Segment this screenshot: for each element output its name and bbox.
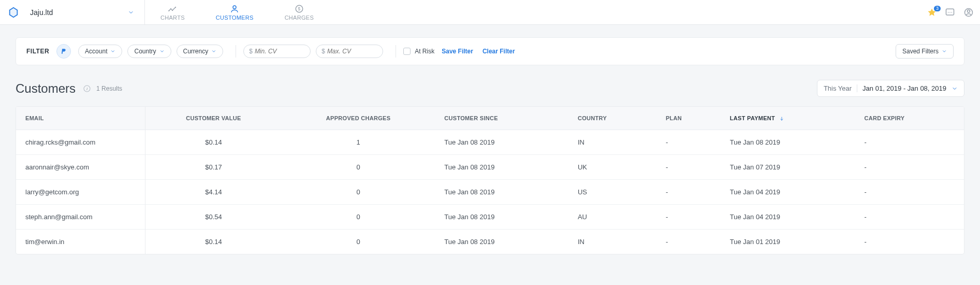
date-range-picker[interactable]: This Year Jan 01, 2019 - Jan 08, 2019 (817, 80, 964, 97)
cell-customer-value: $0.14 (145, 130, 282, 155)
date-range: Jan 01, 2019 - Jan 08, 2019 (862, 84, 946, 92)
filter-source-icon[interactable] (56, 44, 71, 59)
main-nav: CHARTS CUSTOMERS $ CHARGES (145, 1, 329, 24)
cell-card-expiry: - (855, 155, 964, 180)
saved-filters-dropdown[interactable]: Saved Filters (896, 44, 954, 59)
chevron-down-icon (159, 49, 165, 54)
cell-country: IN (568, 230, 656, 254)
chat-button[interactable] (945, 7, 955, 18)
cell-email: chirag.rcks@gmail.com (16, 130, 145, 155)
cell-customer-value: $0.54 (145, 205, 282, 230)
at-risk-checkbox[interactable] (403, 48, 411, 55)
table-row[interactable]: tim@erwin.in$0.140Tue Jan 08 2019IN-Tue … (16, 230, 964, 254)
nav-charts-label: CHARTS (160, 15, 185, 21)
filter-account[interactable]: Account (78, 45, 122, 58)
th-customer-value[interactable]: CUSTOMER VALUE (145, 107, 282, 130)
at-risk-label: At Risk (415, 48, 434, 55)
nav-charges[interactable]: $ CHARGES (269, 1, 330, 24)
cell-email: larry@getcom.org (16, 180, 145, 205)
table-row[interactable]: aaronnair@skye.com$0.170Tue Jan 08 2019U… (16, 155, 964, 180)
at-risk-checkbox-group[interactable]: At Risk (403, 48, 434, 55)
cell-approved-charges: 0 (282, 230, 435, 254)
nav-charts[interactable]: CHARTS (145, 1, 200, 24)
nav-customers[interactable]: CUSTOMERS (200, 1, 269, 24)
star-count: 3 (934, 6, 941, 11)
cell-email: tim@erwin.in (16, 230, 145, 254)
info-icon[interactable]: i (83, 84, 91, 93)
charges-icon: $ (295, 4, 304, 13)
th-approved-charges[interactable]: APPROVED CHARGES (282, 107, 435, 130)
cell-email: aaronnair@skye.com (16, 155, 145, 180)
cell-plan: - (656, 130, 721, 155)
clear-filter-link[interactable]: Clear Filter (482, 48, 515, 55)
filter-bar: FILTER Account Country Currency $ $ At R (16, 37, 964, 65)
filter-currency-label: Currency (183, 48, 209, 55)
cell-approved-charges: 1 (282, 130, 435, 155)
topbar: Jaju.ltd CHARTS CUSTOMERS $ CHARGES 3 (0, 0, 980, 25)
cell-customer-since: Tue Jan 08 2019 (435, 205, 568, 230)
filter-country[interactable]: Country (127, 45, 171, 58)
cell-customer-since: Tue Jan 08 2019 (435, 130, 568, 155)
svg-point-9 (968, 10, 970, 12)
divider (396, 45, 396, 58)
cell-plan: - (656, 205, 721, 230)
cell-country: US (568, 180, 656, 205)
cell-customer-value: $0.17 (145, 155, 282, 180)
svg-text:$: $ (298, 7, 300, 11)
th-country[interactable]: COUNTRY (568, 107, 656, 130)
cell-plan: - (656, 180, 721, 205)
cell-approved-charges: 0 (282, 205, 435, 230)
cell-approved-charges: 0 (282, 180, 435, 205)
th-plan[interactable]: PLAN (656, 107, 721, 130)
notifications-star[interactable]: 3 (927, 8, 937, 17)
cell-last-payment: Tue Jan 04 2019 (721, 205, 855, 230)
workspace-picker[interactable]: Jaju.ltd (25, 0, 145, 25)
results-count: 1 Results (96, 85, 122, 92)
cell-last-payment: Tue Jan 08 2019 (721, 130, 855, 155)
cell-plan: - (656, 230, 721, 254)
th-last-payment[interactable]: LAST PAYMENT (721, 107, 855, 130)
svg-point-3 (175, 6, 176, 7)
profile-button[interactable] (963, 7, 974, 18)
table-row[interactable]: steph.ann@gmail.com$0.540Tue Jan 08 2019… (16, 205, 964, 230)
min-cv-field[interactable] (255, 48, 305, 55)
th-last-payment-label: LAST PAYMENT (730, 115, 775, 121)
charts-icon (168, 4, 177, 13)
cell-plan: - (656, 155, 721, 180)
divider (236, 45, 236, 58)
th-customer-since[interactable]: CUSTOMER SINCE (435, 107, 568, 130)
cell-customer-since: Tue Jan 08 2019 (435, 230, 568, 254)
customers-icon (230, 4, 239, 13)
cell-customer-value: $0.14 (145, 230, 282, 254)
svg-text:i: i (86, 86, 87, 91)
cell-customer-since: Tue Jan 08 2019 (435, 155, 568, 180)
save-filter-link[interactable]: Save Filter (442, 48, 473, 55)
date-preset: This Year (824, 84, 857, 92)
filter-currency[interactable]: Currency (177, 45, 224, 58)
chevron-down-icon (110, 49, 115, 54)
profile-icon (963, 7, 974, 18)
max-cv-input[interactable]: $ (316, 45, 383, 58)
saved-filters-label: Saved Filters (902, 48, 939, 55)
svg-point-2 (172, 9, 173, 10)
th-email[interactable]: EMAIL (16, 107, 145, 130)
sort-desc-icon (779, 116, 784, 121)
min-cv-input[interactable]: $ (243, 45, 311, 58)
cell-card-expiry: - (855, 180, 964, 205)
max-cv-field[interactable] (327, 48, 377, 55)
svg-point-0 (169, 10, 170, 11)
workspace-name: Jaju.ltd (30, 8, 53, 17)
cell-card-expiry: - (855, 130, 964, 155)
app-logo[interactable] (6, 5, 21, 20)
cell-last-payment: Tue Jan 04 2019 (721, 180, 855, 205)
chevron-down-icon (952, 86, 958, 92)
paypal-icon (60, 48, 67, 55)
cell-country: IN (568, 130, 656, 155)
th-card-expiry[interactable]: CARD EXPIRY (855, 107, 964, 130)
table-row[interactable]: larry@getcom.org$4.140Tue Jan 08 2019US-… (16, 180, 964, 205)
table-row[interactable]: chirag.rcks@gmail.com$0.141Tue Jan 08 20… (16, 130, 964, 155)
table-header-row: EMAIL CUSTOMER VALUE APPROVED CHARGES CU… (16, 107, 964, 130)
cell-approved-charges: 0 (282, 155, 435, 180)
cell-country: UK (568, 155, 656, 180)
filter-country-label: Country (134, 48, 156, 55)
